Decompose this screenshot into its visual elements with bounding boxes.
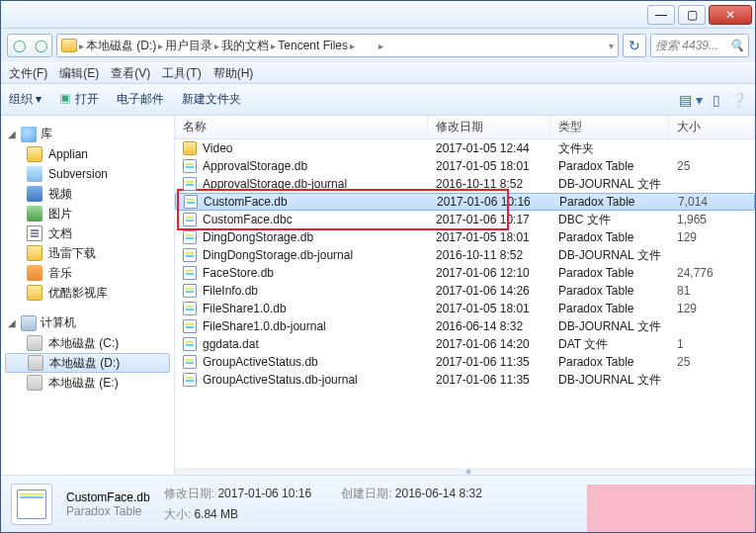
- body: ◢库 Applian Subversion 视频 图片 文档 迅雷下载 音乐 优…: [1, 116, 755, 475]
- file-icon: [183, 337, 197, 351]
- file-row[interactable]: FaceStore.db2017-01-06 12:10Paradox Tabl…: [175, 264, 755, 282]
- file-size: 1,965: [669, 213, 755, 226]
- file-row[interactable]: Video2017-01-05 12:44文件夹: [175, 139, 755, 157]
- sidebar-item-drive[interactable]: 本地磁盘 (C:): [1, 333, 174, 353]
- sidebar-library[interactable]: ◢库: [1, 124, 174, 144]
- file-row[interactable]: GroupActiveStatus.db-journal2017-01-06 1…: [175, 371, 755, 389]
- picture-icon: [27, 206, 42, 222]
- sidebar-item[interactable]: 优酷影视库: [1, 283, 174, 303]
- search-placeholder: 搜索 4439...: [655, 38, 718, 54]
- sidebar-computer[interactable]: ◢计算机: [1, 312, 174, 333]
- menu-tools[interactable]: 工具(T): [162, 65, 201, 82]
- col-size[interactable]: 大小: [669, 116, 755, 138]
- file-row[interactable]: DingDongStorage.db-journal2016-10-11 8:5…: [175, 246, 755, 264]
- breadcrumb[interactable]: ▸ 本地磁盘 (D:)▸ 用户目录▸ 我的文档▸ Tencent Files▸ …: [56, 34, 619, 57]
- file-size: 25: [669, 159, 755, 173]
- crumb[interactable]: 我的文档▸: [221, 38, 276, 54]
- sidebar-item-drive-selected[interactable]: 本地磁盘 (D:): [5, 353, 170, 373]
- sidebar-item[interactable]: Applian: [1, 144, 174, 164]
- nav-back-button[interactable]: ◯: [8, 35, 30, 56]
- open-button[interactable]: ▣ 打开: [59, 91, 98, 108]
- file-row[interactable]: FileShare1.0.db-journal2016-06-14 8:32DB…: [175, 317, 755, 335]
- file-row[interactable]: ggdata.dat2017-01-06 14:20DAT 文件1: [175, 335, 755, 353]
- file-date: 2017-01-06 11:35: [428, 355, 550, 369]
- sidebar-item[interactable]: 文档: [1, 223, 174, 243]
- file-size: 1: [669, 337, 755, 351]
- sidebar-item[interactable]: 图片: [1, 204, 174, 223]
- sidebar-item[interactable]: 音乐: [1, 263, 174, 283]
- view-mode-button[interactable]: ▤ ▾: [679, 92, 703, 108]
- file-row[interactable]: DingDongStorage.db2017-01-05 18:01Parado…: [175, 228, 755, 246]
- sidebar: ◢库 Applian Subversion 视频 图片 文档 迅雷下载 音乐 优…: [1, 116, 175, 475]
- crumb[interactable]: Tencent Files▸: [278, 39, 355, 52]
- dropdown-icon[interactable]: ▾: [609, 41, 614, 51]
- file-row[interactable]: CustomFace.db2017-01-06 10:16Paradox Tab…: [175, 193, 755, 211]
- detail-create-val: 2016-06-14 8:32: [395, 487, 482, 500]
- col-name[interactable]: 名称: [175, 116, 428, 138]
- collapse-icon: ◢: [7, 129, 17, 139]
- file-date: 2017-01-06 12:10: [428, 266, 550, 280]
- email-button[interactable]: 电子邮件: [117, 91, 164, 108]
- folder-icon: [27, 245, 42, 261]
- file-row[interactable]: FileInfo.db2017-01-06 14:26Paradox Table…: [175, 282, 755, 300]
- chevron-right-icon: ▸: [79, 41, 84, 51]
- file-icon: [183, 284, 197, 298]
- crumb[interactable]: 用户目录▸: [165, 38, 219, 54]
- file-type: 文件夹: [550, 140, 669, 157]
- file-icon: [183, 213, 197, 226]
- file-icon: [183, 230, 197, 244]
- menu-edit[interactable]: 编辑(E): [59, 65, 99, 82]
- file-type: Paradox Table: [550, 355, 669, 369]
- crumb-hidden[interactable]: ▸: [357, 39, 383, 52]
- file-type: Paradox Table: [550, 284, 669, 298]
- file-size: 7,014: [670, 195, 754, 209]
- nav-forward-button[interactable]: ◯: [30, 35, 51, 56]
- file-name: DingDongStorage.db-journal: [203, 248, 353, 262]
- minimize-button[interactable]: —: [647, 5, 675, 25]
- search-icon: 🔍: [729, 39, 744, 52]
- refresh-button[interactable]: ↻: [623, 34, 646, 57]
- file-icon: [183, 141, 197, 155]
- music-icon: [27, 265, 42, 281]
- horizontal-scrollbar[interactable]: [175, 469, 755, 475]
- file-row[interactable]: ApprovalStorage.db2017-01-05 18:01Parado…: [175, 157, 755, 175]
- col-date[interactable]: 修改日期: [428, 116, 550, 138]
- menu-help[interactable]: 帮助(H): [213, 65, 254, 82]
- file-date: 2017-01-05 18:01: [428, 159, 550, 173]
- sidebar-item[interactable]: 视频: [1, 184, 174, 204]
- file-date: 2017-01-06 10:16: [429, 195, 551, 209]
- file-type: Paradox Table: [550, 302, 669, 315]
- file-list[interactable]: Video2017-01-05 12:44文件夹ApprovalStorage.…: [175, 139, 755, 469]
- search-input[interactable]: 搜索 4439... 🔍: [650, 34, 749, 57]
- collapse-icon: ◢: [7, 317, 17, 328]
- col-type[interactable]: 类型: [550, 116, 669, 138]
- nav-buttons: ◯ ◯: [7, 34, 52, 57]
- drive-icon: [27, 335, 42, 351]
- sidebar-item-drive[interactable]: 本地磁盘 (E:): [1, 373, 174, 393]
- sidebar-item[interactable]: 迅雷下载: [1, 243, 174, 263]
- file-row[interactable]: FileShare1.0.db2017-01-05 18:01Paradox T…: [175, 300, 755, 317]
- organize-button[interactable]: 组织 ▾: [9, 91, 42, 108]
- file-name: GroupActiveStatus.db: [203, 355, 318, 369]
- new-folder-button[interactable]: 新建文件夹: [182, 91, 241, 108]
- close-button[interactable]: ✕: [709, 5, 752, 25]
- file-row[interactable]: CustomFace.dbc2017-01-06 10:17DBC 文件1,96…: [175, 211, 755, 228]
- menu-file[interactable]: 文件(F): [9, 65, 47, 82]
- help-icon[interactable]: ❔: [730, 92, 747, 108]
- file-row[interactable]: GroupActiveStatus.db2017-01-06 11:35Para…: [175, 353, 755, 371]
- file-date: 2017-01-05 18:01: [428, 230, 550, 244]
- file-icon: [184, 195, 198, 209]
- file-size: 24,776: [669, 266, 755, 280]
- preview-pane-button[interactable]: ▯: [713, 92, 720, 108]
- file-date: 2017-01-06 10:17: [428, 213, 550, 226]
- crumb[interactable]: 本地磁盘 (D:)▸: [86, 38, 163, 54]
- menu-view[interactable]: 查看(V): [111, 65, 150, 82]
- sidebar-item[interactable]: Subversion: [1, 164, 174, 184]
- file-date: 2016-06-14 8:32: [428, 319, 550, 333]
- file-name: GroupActiveStatus.db-journal: [203, 373, 358, 387]
- address-bar: ◯ ◯ ▸ 本地磁盘 (D:)▸ 用户目录▸ 我的文档▸ Tencent Fil…: [1, 29, 755, 62]
- file-row[interactable]: ApprovalStorage.db-journal2016-10-11 8:5…: [175, 175, 755, 193]
- file-icon: [183, 177, 197, 191]
- menu-bar: 文件(F) 编辑(E) 查看(V) 工具(T) 帮助(H): [1, 62, 755, 84]
- maximize-button[interactable]: ▢: [678, 5, 706, 25]
